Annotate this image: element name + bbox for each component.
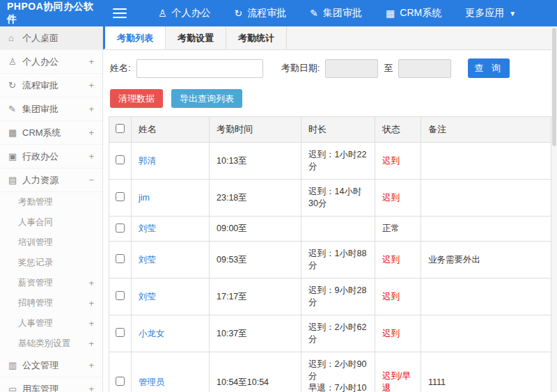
employee-name-link[interactable]: 刘莹 (139, 255, 156, 265)
sidebar-item[interactable]: ▥ 公文管理 + (0, 354, 102, 377)
sidebar-item[interactable]: 奖惩记录 (0, 253, 102, 273)
expand-toggle-icon[interactable]: + (88, 151, 94, 162)
topnav-item[interactable]: 更多应用 ▼ (465, 7, 516, 19)
expand-toggle-icon[interactable]: + (88, 127, 94, 138)
sidebar-item-label: 人事合同 (18, 217, 53, 228)
action-bar: 清理数据 导出查询列表 (103, 85, 557, 116)
sidebar-item[interactable]: 招聘管理 + (0, 293, 102, 313)
select-all-checkbox[interactable] (116, 124, 125, 133)
topnav-item-label: CRM系统 (400, 7, 441, 19)
sidebar: ⌂ 个人桌面 ♙ 个人办公 + ↻ 流程审批 + ✎ 集团审批 + ▦ CRM系… (0, 26, 103, 392)
menu-toggle-icon[interactable] (113, 8, 127, 18)
date-from-input[interactable] (325, 59, 378, 78)
expand-toggle-icon[interactable]: + (88, 80, 94, 91)
table-row: 小龙女 10:37至 迟到：2小时62分 迟到 (109, 315, 551, 352)
row-checkbox[interactable] (116, 377, 125, 386)
tab[interactable]: 考勤设置 (166, 26, 226, 49)
sidebar-item-label: 基础类别设置 (18, 338, 70, 350)
sidebar-item[interactable]: ▣ 行政办公 + (0, 145, 102, 168)
sidebar-item[interactable]: 基础类别设置 + (0, 334, 102, 354)
expand-toggle-icon[interactable]: + (88, 360, 94, 370)
note-text (421, 217, 551, 242)
search-button[interactable]: 查 询 (468, 58, 510, 78)
sidebar-item-label: 集团审批 (22, 103, 58, 116)
sidebar-item-label: 薪资管理 (18, 277, 53, 289)
row-checkbox[interactable] (116, 328, 125, 337)
expand-toggle-icon[interactable]: + (88, 298, 94, 308)
attendance-time: 09:00至 (210, 217, 301, 242)
note-text (421, 315, 551, 352)
hr-icon: ▤ (8, 175, 22, 185)
sidebar-item[interactable]: ▦ CRM系统 + (0, 121, 102, 145)
employee-name-link[interactable]: 小龙女 (139, 329, 165, 338)
note-text (421, 279, 551, 315)
sidebar-item-label: 个人桌面 (22, 32, 58, 45)
sidebar-item-label: 考勤管理 (18, 196, 53, 208)
expand-toggle-icon[interactable]: + (88, 338, 94, 349)
status-text: 迟到 (375, 143, 421, 180)
tab[interactable]: 考勤列表 (103, 26, 166, 49)
vertical-scrollbar[interactable] (551, 26, 557, 392)
duration-cell: 迟到：14小时30分 (301, 180, 375, 217)
row-checkbox[interactable] (116, 192, 125, 201)
topnav-item[interactable]: ✎ 集团审批 ▼ (310, 7, 362, 19)
employee-name-link[interactable]: 郭清 (139, 156, 156, 166)
sidebar-item[interactable]: ▭ 用车管理 + (0, 377, 102, 392)
sidebar-item-label: 个人办公 (22, 56, 58, 68)
topnav-item-label: 个人办公 (172, 7, 211, 19)
clean-data-button[interactable]: 清理数据 (110, 89, 163, 108)
edit-icon: ✎ (310, 8, 318, 19)
expand-toggle-icon[interactable]: + (88, 278, 94, 288)
topnav-item[interactable]: ↻ 流程审批 ▼ (235, 7, 287, 19)
expand-toggle-icon[interactable]: + (88, 384, 94, 392)
column-header: 时长 (301, 117, 375, 143)
expand-toggle-icon[interactable]: − (88, 175, 94, 185)
row-checkbox[interactable] (116, 254, 125, 263)
name-label: 姓名: (110, 62, 131, 75)
topnav-item-label: 流程审批 (247, 7, 286, 19)
duration-cell: 迟到：1小时88分 (301, 242, 375, 279)
user-icon: ♙ (8, 56, 22, 67)
topnav: ♙ 个人办公 ▼ ↻ 流程审批 ▼ ✎ 集团审批 ▼ ▦ CRM系统 ▼ 更多应… (146, 7, 528, 19)
row-checkbox[interactable] (116, 291, 125, 300)
sidebar-item-label: 人事管理 (18, 317, 53, 329)
expand-toggle-icon[interactable]: + (88, 104, 94, 114)
employee-name-link[interactable]: 管理员 (139, 377, 165, 387)
status-text: 迟到 (375, 242, 421, 279)
row-checkbox[interactable] (116, 224, 125, 233)
topnav-item[interactable]: ♙ 个人办公 ▼ (158, 7, 211, 19)
sidebar-item-label: CRM系统 (22, 127, 61, 139)
expand-toggle-icon[interactable]: + (88, 56, 94, 67)
sidebar-item[interactable]: 考勤管理 (0, 192, 102, 212)
sidebar-item-label: 行政办公 (22, 150, 58, 163)
sidebar-item[interactable]: ♙ 个人办公 + (0, 50, 102, 74)
expand-toggle-icon[interactable]: + (88, 318, 94, 329)
employee-name-link[interactable]: jim (139, 193, 150, 203)
sidebar-item-label: 奖惩记录 (18, 257, 53, 269)
topnav-item[interactable]: ▦ CRM系统 ▼ (386, 7, 441, 19)
process-icon: ↻ (8, 80, 22, 91)
sidebar-item[interactable]: 人事管理 + (0, 313, 102, 334)
sidebar-item[interactable]: 薪资管理 + (0, 273, 102, 293)
sidebar-item[interactable]: 人事合同 (0, 212, 102, 233)
chevron-down-icon: ▼ (509, 10, 516, 17)
table-body: 郭清 10:13至 迟到：1小时22分 迟到 jim 23:18至 迟到：14小… (109, 143, 551, 392)
sidebar-item[interactable]: ✎ 集团审批 + (0, 97, 102, 121)
chart-icon: ▦ (8, 127, 22, 138)
table-header-row: 姓名考勤时间时长状态备注 (109, 117, 551, 143)
export-list-button[interactable]: 导出查询列表 (171, 89, 242, 108)
sidebar-item[interactable]: 培训管理 (0, 233, 102, 253)
user-icon: ♙ (158, 8, 167, 19)
row-checkbox[interactable] (116, 155, 125, 164)
sidebar-item[interactable]: ⌂ 个人桌面 (0, 26, 102, 50)
employee-name-link[interactable]: 刘莹 (139, 224, 156, 233)
name-input[interactable] (136, 59, 263, 78)
sidebar-item-label: 招聘管理 (18, 297, 53, 309)
tab[interactable]: 考勤统计 (226, 26, 287, 49)
app-window: PHPOA协同办公软件 ♙ 个人办公 ▼ ↻ 流程审批 ▼ ✎ 集团审批 ▼ ▦… (0, 0, 557, 392)
sidebar-item[interactable]: ↻ 流程审批 + (0, 74, 102, 97)
sidebar-item[interactable]: ▤ 人力资源 − (0, 168, 102, 192)
scrollbar-thumb[interactable] (552, 28, 556, 146)
employee-name-link[interactable]: 刘莹 (139, 292, 156, 301)
date-to-input[interactable] (398, 59, 451, 78)
